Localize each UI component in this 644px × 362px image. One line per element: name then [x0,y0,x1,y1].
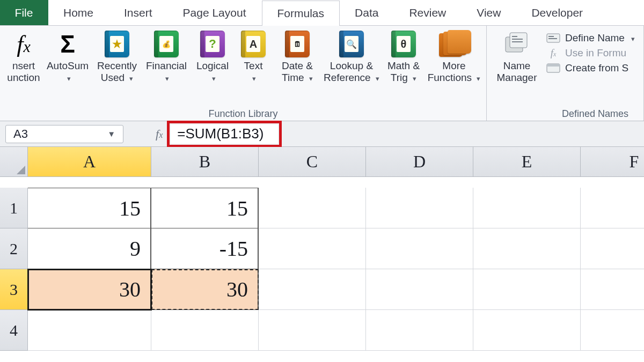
col-header-B[interactable]: B [151,147,259,177]
col-header-F[interactable]: F [581,147,644,177]
cell-D1[interactable] [366,188,473,228]
define-name-button[interactable]: Define Name [546,32,635,44]
insert-function-button[interactable]: fx nsertunction [4,27,43,84]
text-button[interactable]: A Text [234,27,273,84]
more-functions-button[interactable]: MoreFunctions [426,27,482,84]
col-header-D[interactable]: D [366,147,473,177]
name-box-value: A3 [13,127,28,141]
financial-icon: 💰 [151,29,181,59]
cell-E4[interactable] [473,310,581,351]
tab-developer[interactable]: Developer [516,0,598,25]
name-box[interactable]: A3 ▼ [5,125,123,143]
cell-E1[interactable] [473,188,581,228]
cell-B2[interactable]: -15 [151,228,259,269]
formula-bar-row: A3 ▼ fx =SUM(B1:B3) [0,121,644,147]
cell-B3[interactable]: 30 [151,269,259,310]
tab-home[interactable]: Home [48,0,109,25]
formula-input[interactable]: =SUM(B1:B3) [171,124,278,144]
name-manager-icon [502,29,532,59]
group-label-function-library: Function Library [4,108,482,121]
cell-D2[interactable] [366,228,473,269]
col-header-C[interactable]: C [259,147,366,177]
cell-C3[interactable] [259,269,366,310]
spreadsheet-grid[interactable]: A B C D E F 1 15 15 2 9 -15 3 30 30 4 [0,147,644,351]
lookup-reference-button[interactable]: 🔍 Lookup &Reference [322,27,381,84]
cell-C2[interactable] [259,228,366,269]
tab-formulas[interactable]: Formulas [262,1,340,26]
select-all-corner[interactable] [0,147,28,177]
cell-A1[interactable]: 15 [28,188,151,228]
create-from-selection-button[interactable]: Create from S [546,62,635,74]
row-header-1[interactable]: 1 [0,188,28,228]
cell-B4[interactable] [151,310,259,351]
cell-D4[interactable] [366,310,473,351]
tab-review[interactable]: Review [394,0,462,25]
cell-D3[interactable] [366,269,473,310]
create-from-selection-icon [546,63,561,73]
chevron-down-icon[interactable]: ▼ [107,129,115,138]
row-header-4[interactable]: 4 [0,310,28,351]
group-defined-names: NameManager Define Name fx Use in Formu [487,26,644,121]
recently-used-button[interactable]: ★ RecentlyUsed [92,27,142,84]
date-time-button[interactable]: 🗓 Date &Time [273,27,322,84]
cell-E3[interactable] [473,269,581,310]
lookup-icon: 🔍 [336,29,367,59]
use-in-formula-icon: fx [546,48,561,58]
logical-icon: ? [197,29,228,59]
cell-B1[interactable]: 15 [151,188,259,228]
svg-rect-9 [547,64,560,67]
cell-E2[interactable] [473,228,581,269]
more-functions-icon [439,29,469,59]
tab-insert[interactable]: Insert [109,0,168,25]
cell-F2[interactable] [581,228,644,269]
sigma-icon: Σ [53,29,83,59]
math-trig-button[interactable]: θ Math &Trig [381,27,426,84]
col-header-A[interactable]: A [28,147,151,177]
cell-A2[interactable]: 9 [28,228,151,269]
tab-page-layout[interactable]: Page Layout [168,0,262,25]
ribbon: fx nsertunction Σ AutoSum ★ RecentlyUsed [0,26,644,121]
svg-rect-6 [548,36,554,37]
row-header-3[interactable]: 3 [0,269,28,310]
row-header-2[interactable]: 2 [0,228,28,269]
cell-C4[interactable] [259,310,366,351]
text-icon: A [238,29,268,59]
cell-A4[interactable] [28,310,151,351]
tab-file[interactable]: File [0,0,48,25]
tab-view[interactable]: View [462,0,516,25]
svg-rect-4 [512,41,523,42]
svg-rect-2 [512,36,517,37]
svg-rect-3 [512,39,523,40]
group-function-library: fx nsertunction Σ AutoSum ★ RecentlyUsed [0,26,487,121]
financial-button[interactable]: 💰 Financial [142,27,191,84]
svg-rect-1 [510,33,527,48]
fx-icon: fx [9,29,39,59]
cell-C1[interactable] [259,188,366,228]
tab-data[interactable]: Data [340,0,394,25]
date-time-icon: 🗓 [282,29,312,59]
recently-used-icon: ★ [102,29,132,59]
svg-rect-7 [548,38,557,39]
tab-bar: File Home Insert Page Layout Formulas Da… [0,0,644,26]
cell-F4[interactable] [581,310,644,351]
autosum-button[interactable]: Σ AutoSum [43,27,92,84]
use-in-formula-button[interactable]: fx Use in Formu [546,47,635,59]
cell-F1[interactable] [581,188,644,228]
col-header-E[interactable]: E [473,147,581,177]
group-label-defined-names: Defined Names [491,108,639,121]
name-manager-button[interactable]: NameManager [491,27,543,84]
logical-button[interactable]: ? Logical [191,27,234,84]
cell-A3[interactable]: 30 [28,269,151,310]
formula-highlight: =SUM(B1:B3) [167,121,282,147]
cell-F3[interactable] [581,269,644,310]
define-name-icon [546,33,561,43]
math-trig-icon: θ [389,29,419,59]
fx-icon[interactable]: fx [156,127,163,141]
